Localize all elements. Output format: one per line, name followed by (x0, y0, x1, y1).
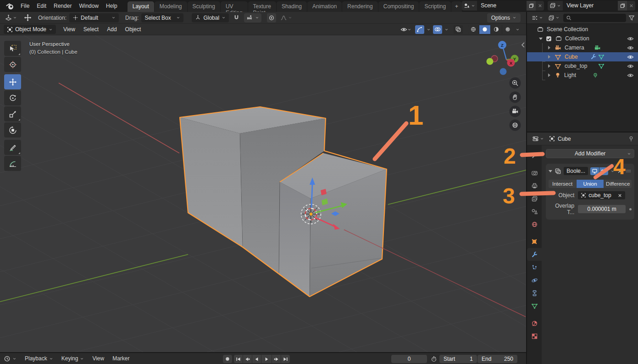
tool-scale[interactable] (4, 106, 21, 121)
view-layer-remove-button[interactable] (627, 1, 635, 11)
tab-modifier-properties[interactable] (527, 248, 542, 261)
outliner-display-mode-dropdown[interactable] (530, 13, 544, 22)
next-keyframe-button[interactable] (272, 355, 281, 363)
modifier-name-field[interactable]: Boole... (564, 167, 588, 175)
tool-measure[interactable] (4, 156, 21, 171)
menu-edit[interactable]: Edit (33, 1, 50, 11)
overlays-dropdown-icon[interactable] (444, 28, 449, 32)
snap-toggle[interactable] (232, 13, 241, 22)
operation-intersect-button[interactable]: Intersect (549, 180, 576, 188)
display-realtime-toggle[interactable] (590, 167, 599, 175)
jump-to-start-button[interactable] (234, 355, 243, 363)
operation-difference-button[interactable]: Difference (604, 180, 632, 188)
modifier-close-icon[interactable] (617, 168, 623, 174)
menu-timeline-view[interactable]: View (89, 354, 107, 363)
tab-view-layer-properties[interactable] (527, 192, 542, 205)
blender-menu-button[interactable] (3, 0, 17, 12)
disclosure-right-icon[interactable] (548, 64, 550, 68)
tab-texture-properties[interactable] (527, 330, 542, 342)
hide-toggle-eye-icon[interactable] (627, 54, 634, 61)
tab-uv-editing[interactable]: UV Editing (221, 1, 248, 12)
shading-solid-button[interactable] (479, 25, 490, 34)
drag-handle-icon[interactable] (625, 168, 632, 174)
snap-target-dropdown[interactable] (244, 13, 261, 22)
properties-editor-type-dropdown[interactable] (531, 134, 545, 143)
outliner-row-light[interactable]: Light (527, 71, 638, 80)
hide-toggle-eye-icon[interactable] (627, 35, 634, 42)
gizmos-dropdown-icon[interactable] (427, 28, 431, 32)
sidebar-collapse-icon[interactable] (522, 43, 524, 47)
scene-browse-button[interactable] (462, 1, 477, 11)
tool-move[interactable] (4, 74, 21, 89)
menu-marker[interactable]: Marker (109, 354, 133, 363)
disclosure-right-icon[interactable] (548, 55, 550, 59)
disclosure-right-icon[interactable] (548, 73, 550, 77)
view-layer-name-field[interactable]: View Layer (563, 1, 618, 11)
menu-keying[interactable]: Keying (58, 354, 88, 363)
tab-sculpting[interactable]: Sculpting (188, 1, 220, 12)
menu-view[interactable]: View (60, 25, 79, 34)
display-render-toggle[interactable] (599, 167, 608, 175)
show-object-types-dropdown[interactable] (399, 25, 413, 34)
collection-checkbox[interactable] (546, 36, 552, 42)
orientation-dropdown[interactable]: Default (69, 13, 119, 22)
overlays-toggle[interactable] (433, 25, 442, 34)
jump-to-end-button[interactable] (281, 355, 290, 363)
menu-render[interactable]: Render (50, 1, 75, 11)
zoom-button[interactable] (510, 77, 521, 89)
tab-scene-properties[interactable] (527, 205, 542, 218)
add-workspace-button[interactable]: + (451, 1, 462, 12)
menu-help[interactable]: Help (102, 1, 121, 11)
tab-physics-properties[interactable] (527, 274, 542, 287)
frame-start-field[interactable]: Start 1 (439, 355, 477, 363)
shading-material-button[interactable] (491, 25, 502, 34)
current-frame-field[interactable]: 0 (391, 355, 427, 363)
view-layer-new-button[interactable] (618, 1, 627, 11)
scene-unlink-button[interactable] (536, 1, 544, 11)
tool-annotate[interactable] (4, 140, 21, 155)
scene-name-field[interactable]: Scene (477, 1, 527, 11)
tool-cursor[interactable] (4, 57, 21, 72)
tab-render-properties[interactable] (527, 166, 542, 179)
filter-funnel-icon[interactable] (628, 15, 635, 21)
tab-tool-properties[interactable] (527, 149, 542, 162)
outliner-row-collection[interactable]: Collection (527, 34, 638, 43)
proportional-editing-toggle[interactable] (267, 13, 276, 22)
menu-playback[interactable]: Playback (22, 354, 56, 363)
options-dropdown[interactable]: Options (487, 13, 521, 22)
xray-toggle[interactable] (454, 25, 463, 34)
modifier-extras-dropdown-icon[interactable] (610, 169, 615, 173)
tool-transform[interactable] (4, 122, 21, 138)
shading-wireframe-button[interactable] (468, 25, 479, 34)
shading-dropdown-icon[interactable] (516, 28, 520, 32)
record-button[interactable] (223, 355, 232, 363)
outliner-id-type-dropdown[interactable] (547, 13, 561, 22)
panel-expand-icon[interactable] (549, 170, 552, 172)
menu-window[interactable]: Window (75, 1, 102, 11)
outliner-row-scene-collection[interactable]: Scene Collection (527, 25, 638, 34)
tab-material-properties[interactable] (527, 317, 542, 330)
disclosure-down-icon[interactable] (539, 38, 543, 40)
prev-keyframe-button[interactable] (243, 355, 252, 363)
tool-rotate[interactable] (4, 90, 21, 105)
hide-toggle-eye-icon[interactable] (627, 63, 634, 70)
nav-minus-z-ball[interactable] (500, 68, 507, 75)
nav-minus-y-ball[interactable] (487, 58, 494, 65)
view-layer-browse-button[interactable] (548, 1, 563, 11)
tab-output-properties[interactable] (527, 179, 542, 192)
editor-type-dropdown[interactable] (4, 13, 18, 22)
add-modifier-dropdown[interactable]: Add Modifier (546, 149, 634, 158)
outliner-row-cube-top[interactable]: cube_top (527, 61, 638, 71)
tab-compositing[interactable]: Compositing (378, 1, 419, 12)
viewport-3d[interactable]: Z Y X (0, 35, 526, 352)
menu-file[interactable]: File (17, 1, 33, 11)
tab-world-properties[interactable] (527, 218, 542, 231)
timeline-editor-dropdown[interactable] (3, 354, 20, 364)
play-button[interactable] (261, 355, 272, 363)
tab-object-properties[interactable] (527, 235, 542, 248)
outliner-search-input[interactable] (563, 14, 626, 22)
tab-constraint-properties[interactable] (527, 287, 542, 299)
gizmos-toggle[interactable] (415, 25, 424, 34)
menu-select[interactable]: Select (80, 25, 102, 34)
proportional-falloff-dropdown[interactable] (279, 13, 294, 22)
